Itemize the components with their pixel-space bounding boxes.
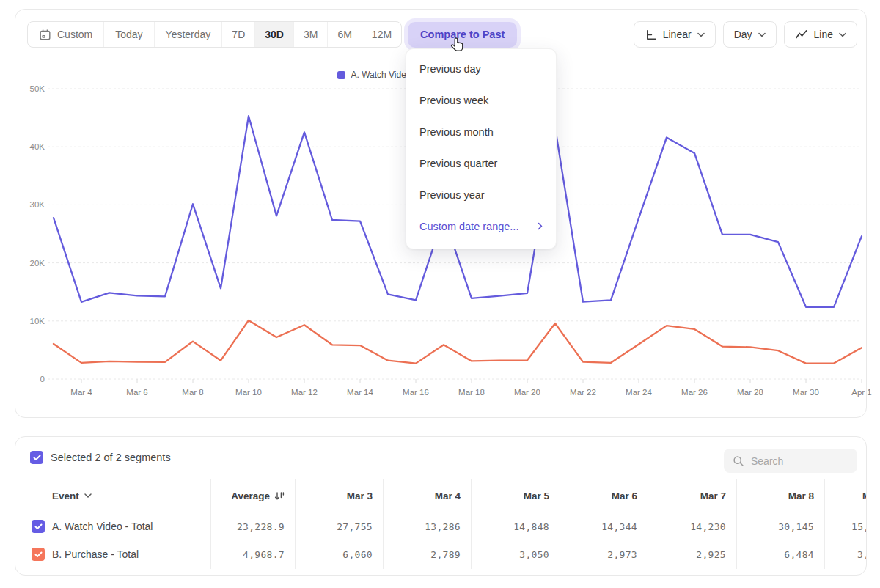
menu-item-previous-week[interactable]: Previous week — [406, 84, 556, 116]
table-header-row: Event Average Mar 3 Mar 4 Mar 5 Mar 6 Ma… — [15, 481, 866, 510]
cell-value: 2,789 — [383, 549, 461, 560]
date-column-header-clipped: M — [862, 490, 867, 501]
sort-descending-icon — [274, 490, 285, 501]
cell-value: 27,755 — [295, 521, 373, 532]
legend-swatch-purple — [337, 71, 345, 79]
search-input[interactable] — [751, 455, 846, 467]
cell-value-clipped: 3, — [857, 549, 867, 560]
svg-text:Mar 12: Mar 12 — [291, 388, 318, 397]
cell-value: 3,050 — [471, 549, 549, 560]
selected-segments-label: Selected 2 of 2 segments — [51, 452, 171, 463]
svg-text:40K: 40K — [30, 142, 45, 151]
average-column-header[interactable]: Average — [210, 490, 285, 501]
svg-text:Mar 28: Mar 28 — [737, 388, 763, 397]
segment-label: A. Watch Video - Total — [52, 521, 153, 532]
svg-text:0: 0 — [40, 375, 45, 383]
svg-text:Mar 10: Mar 10 — [235, 388, 262, 397]
date-range-group: Custom Today Yesterday 7D 30D 3M 6M 12M — [27, 21, 402, 48]
svg-text:Mar 24: Mar 24 — [626, 388, 652, 397]
cell-value: 14,344 — [560, 521, 637, 532]
svg-text:10K: 10K — [30, 317, 45, 326]
check-icon — [34, 551, 43, 558]
date-column-header: Mar 7 — [648, 490, 726, 501]
svg-text:Mar 4: Mar 4 — [70, 388, 92, 397]
range-custom[interactable]: Custom — [28, 22, 103, 47]
segments-panel: Selected 2 of 2 segments Event Average — [15, 436, 867, 576]
segment-label: B. Purchase - Total — [52, 548, 139, 560]
mouse-cursor — [449, 37, 466, 54]
cell-value: 30,145 — [736, 521, 814, 532]
cell-value: 14,848 — [471, 521, 549, 532]
date-column-header: Mar 3 — [295, 490, 373, 501]
calendar-icon — [39, 29, 51, 41]
row-checkbox-purchase[interactable] — [32, 548, 45, 561]
range-30d[interactable]: 30D — [254, 22, 293, 47]
line-chart-icon — [795, 29, 808, 40]
chevron-down-icon — [84, 493, 92, 499]
cell-value: 14,230 — [648, 521, 726, 532]
range-6m[interactable]: 6M — [327, 22, 361, 47]
range-12m[interactable]: 12M — [362, 22, 401, 47]
average-value: 23,228.9 — [210, 521, 285, 532]
svg-text:Mar 14: Mar 14 — [347, 388, 373, 397]
range-3m[interactable]: 3M — [293, 22, 327, 47]
cell-value: 2,925 — [648, 549, 726, 560]
event-column-header[interactable]: Event — [52, 490, 92, 501]
cell-value: 6,060 — [295, 549, 373, 560]
search-icon — [733, 455, 744, 467]
range-7d[interactable]: 7D — [221, 22, 254, 47]
chevron-down-icon — [697, 32, 705, 37]
svg-text:Mar 22: Mar 22 — [570, 388, 596, 397]
menu-item-previous-year[interactable]: Previous year — [406, 179, 556, 210]
range-today[interactable]: Today — [103, 22, 153, 47]
range-custom-label: Custom — [57, 29, 92, 40]
date-column-header: Mar 5 — [471, 490, 549, 501]
table-row[interactable]: B. Purchase - Total 4,968.7 6,060 2,789 … — [15, 540, 866, 568]
check-icon — [33, 455, 41, 461]
scale-select-button[interactable]: Linear — [634, 21, 716, 48]
svg-text:Mar 18: Mar 18 — [458, 388, 485, 397]
select-all-row: Selected 2 of 2 segments — [30, 451, 171, 464]
svg-text:Mar 20: Mar 20 — [514, 388, 540, 397]
svg-text:Mar 30: Mar 30 — [793, 388, 819, 397]
date-column-header: Mar 8 — [736, 490, 814, 501]
cell-value: 2,973 — [560, 549, 637, 560]
date-column-header: Mar 4 — [383, 490, 461, 501]
svg-text:50K: 50K — [30, 84, 45, 93]
check-icon — [34, 523, 43, 530]
axis-scale-icon — [645, 29, 657, 41]
svg-text:Mar 6: Mar 6 — [126, 388, 147, 397]
cell-value: 6,484 — [736, 549, 814, 560]
average-value: 4,968.7 — [210, 549, 285, 560]
date-column-header: Mar 6 — [560, 490, 637, 501]
chart-type-select-button[interactable]: Line — [784, 21, 857, 48]
menu-item-previous-quarter[interactable]: Previous quarter — [406, 147, 556, 179]
chevron-right-icon — [538, 222, 543, 230]
svg-text:Mar 16: Mar 16 — [403, 388, 429, 397]
menu-item-previous-day[interactable]: Previous day — [406, 53, 556, 84]
cell-value-clipped: 15, — [851, 521, 867, 532]
interval-select-button[interactable]: Day — [723, 21, 777, 48]
select-all-checkbox[interactable] — [30, 451, 43, 464]
compare-dropdown-menu: Previous day Previous week Previous mont… — [406, 48, 557, 249]
svg-text:Mar 8: Mar 8 — [182, 388, 203, 397]
row-checkbox-watch-video[interactable] — [32, 520, 45, 533]
svg-text:20K: 20K — [30, 259, 45, 268]
menu-item-custom-date-range[interactable]: Custom date range... — [406, 210, 556, 242]
chevron-down-icon — [839, 32, 846, 37]
svg-text:30K: 30K — [30, 200, 45, 209]
menu-item-previous-month[interactable]: Previous month — [406, 116, 556, 147]
svg-text:Apr 1: Apr 1 — [851, 388, 872, 397]
search-box — [724, 449, 857, 473]
range-yesterday[interactable]: Yesterday — [154, 22, 222, 47]
chevron-down-icon — [758, 32, 766, 37]
cell-value: 13,286 — [383, 521, 461, 532]
svg-text:Mar 26: Mar 26 — [681, 388, 708, 397]
table-row[interactable]: A. Watch Video - Total 23,228.9 27,755 1… — [15, 512, 866, 540]
chart-toolbar: Custom Today Yesterday 7D 30D 3M 6M 12M … — [27, 21, 857, 48]
